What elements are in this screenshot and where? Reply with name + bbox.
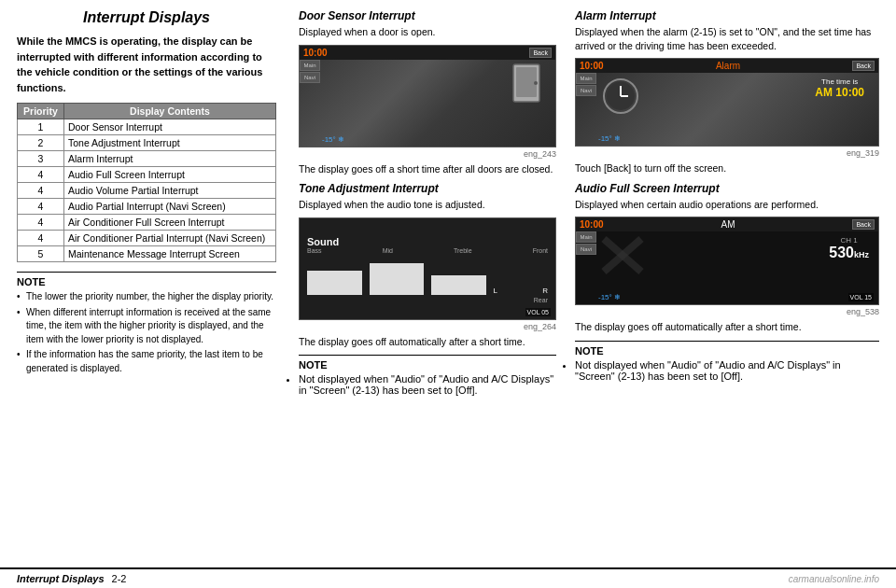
audio-time: 10:00 xyxy=(580,219,604,230)
screen-topbar: 10:00 Back xyxy=(300,46,555,60)
car-screen-door: 10:00 Back Main Navi -15° ❄ xyxy=(300,46,555,147)
list-item: When different interrupt information is … xyxy=(17,306,276,347)
table-row: 4 Air Conditioner Partial Interrupt (Nav… xyxy=(18,231,276,246)
table-row: 2 Tone Adjustment Interrupt xyxy=(18,135,276,151)
car-screen-tone: Sound Bass Mid Treble Front L R xyxy=(300,218,555,319)
table-row: 1 Door Sensor Interrupt xyxy=(18,119,276,135)
col-contents-header: Display Contents xyxy=(64,104,276,119)
alarm-section-desc: Displayed when the alarm (2-15) is set t… xyxy=(575,25,879,52)
alarm-sidenav: Main Navi xyxy=(576,73,596,96)
content-cell: Air Conditioner Partial Interrupt (Navi … xyxy=(64,231,276,246)
back-button: Back xyxy=(529,48,552,58)
navi-nav: Navi xyxy=(576,85,596,96)
am-label: AM xyxy=(721,219,735,230)
priority-cell: 5 xyxy=(18,246,64,262)
tone-note-box: NOTE Not displayed when "Audio" of "Audi… xyxy=(299,355,556,396)
alarm-back-btn: Back xyxy=(852,61,875,71)
priority-cell: 2 xyxy=(18,135,64,151)
front-label: Front xyxy=(533,247,548,254)
navi-nav: Navi xyxy=(300,72,320,83)
alarm-img-caption: eng_319 xyxy=(575,148,879,158)
col-priority-header: Priority xyxy=(18,104,64,119)
priority-cell: 4 xyxy=(18,231,64,246)
audio-note-box: NOTE Not displayed when "Audio" of "Audi… xyxy=(575,341,879,382)
table-row: 4 Audio Volume Partial Interrupt xyxy=(18,183,276,199)
bass-bar xyxy=(307,271,362,294)
footer-section-label: Interrupt Displays xyxy=(17,573,105,584)
table-row: 5 Maintenance Message Interrupt Screen xyxy=(18,246,276,262)
treble-bar xyxy=(431,275,486,295)
footer: Interrupt Displays 2-2 carmanualsonline.… xyxy=(0,567,896,588)
priority-table: Priority Display Contents 1 Door Sensor … xyxy=(17,103,276,262)
list-item: Not displayed when "Audio" of "Audio and… xyxy=(575,359,879,382)
priority-cell: 3 xyxy=(18,151,64,167)
mid-column: Door Sensor Interrupt Displayed when a d… xyxy=(287,9,567,558)
priority-cell: 4 xyxy=(18,167,64,183)
main-nav: Main xyxy=(576,73,596,84)
navi-nav: Navi xyxy=(576,244,596,255)
screen-sidenav: Main Navi xyxy=(300,60,320,84)
intro-text: While the MMCS is operating, the display… xyxy=(17,34,276,95)
svg-point-2 xyxy=(534,81,538,85)
clock-time: AM 10:00 xyxy=(815,86,864,99)
audio-section-desc: Displayed when certain audio operations … xyxy=(575,198,879,212)
door-section-title: Door Sensor Interrupt xyxy=(299,9,556,22)
priority-cell: 4 xyxy=(18,183,64,199)
priority-cell: 4 xyxy=(18,215,64,231)
car-screen-alarm: 10:00 Alarm Back Main Navi The time is A… xyxy=(576,59,878,146)
audio-topbar: 10:00 AM Back xyxy=(576,217,878,231)
left-note-list: The lower the priority number, the highe… xyxy=(17,290,276,375)
alarm-screen-image: 10:00 Alarm Back Main Navi The time is A… xyxy=(575,58,879,147)
tone-section-title: Tone Adjustment Interrupt xyxy=(299,182,556,195)
frequency: 530kHz xyxy=(829,245,869,261)
tone-after-text: The display goes off automatically after… xyxy=(299,335,556,349)
radio-display: CH 1 530kHz xyxy=(829,236,869,261)
clock-icon xyxy=(602,77,639,115)
main-nav: Main xyxy=(300,60,320,71)
alarm-section-title: Alarm Interrupt xyxy=(575,9,879,22)
audio-note-title: NOTE xyxy=(575,345,879,357)
treble-label: Treble xyxy=(454,247,472,254)
alarm-label: Alarm xyxy=(716,61,740,71)
door-screen-image: 10:00 Back Main Navi -15° ❄ xyxy=(299,45,556,147)
audio-back-btn: Back xyxy=(852,219,875,230)
door-img-caption: eng_243 xyxy=(299,149,556,159)
tone-screen-image: Sound Bass Mid Treble Front L R xyxy=(299,217,556,320)
volume-display: VOL 05 xyxy=(525,308,551,316)
left-column: Interrupt Displays While the MMCS is ope… xyxy=(17,9,287,558)
left-note-box: NOTE The lower the priority number, the … xyxy=(17,272,276,375)
footer-page-number: 2-2 xyxy=(112,573,127,584)
tone-note-list: Not displayed when "Audio" of "Audio and… xyxy=(299,373,556,396)
door-section-desc: Displayed when a door is open. xyxy=(299,25,556,39)
door-icon xyxy=(511,63,544,105)
eq-labels: Bass Mid Treble Front xyxy=(300,247,555,254)
content-area: Interrupt Displays While the MMCS is ope… xyxy=(0,0,896,567)
main-nav: Main xyxy=(576,231,596,243)
alarm-temp: -15° ❄ xyxy=(598,134,621,143)
rear-label: Rear xyxy=(526,295,555,305)
content-cell: Maintenance Message Interrupt Screen xyxy=(64,246,276,262)
ch-label: CH 1 xyxy=(829,236,869,245)
right-column: Alarm Interrupt Displayed when the alarm… xyxy=(567,9,879,558)
audio-vol: VOL 15 xyxy=(848,293,874,301)
car-screen-audio: 10:00 AM Back Main Navi CH 1 530kHz xyxy=(576,217,878,304)
mid-bar xyxy=(370,263,425,295)
alarm-after-text: Touch [Back] to turn off the screen. xyxy=(575,161,879,175)
tone-note-title: NOTE xyxy=(299,359,556,371)
content-cell: Air Conditioner Full Screen Interrupt xyxy=(64,215,276,231)
audio-img-caption: eng_538 xyxy=(575,307,879,316)
tone-img-caption: eng_264 xyxy=(299,322,556,331)
screen-time: 10:00 xyxy=(303,48,328,58)
freq-unit: kHz xyxy=(854,250,869,259)
door-after-text: The display goes off a short time after … xyxy=(299,162,556,176)
audio-temp: -15° ❄ xyxy=(598,293,621,301)
content-cell: Door Sensor Interrupt xyxy=(64,119,276,135)
content-cell: Tone Adjustment Interrupt xyxy=(64,135,276,151)
content-cell: Alarm Interrupt xyxy=(64,151,276,167)
priority-cell: 4 xyxy=(18,199,64,215)
audio-note-list: Not displayed when "Audio" of "Audio and… xyxy=(575,359,879,382)
table-row: 4 Audio Full Screen Interrupt xyxy=(18,167,276,183)
sound-label: Sound xyxy=(300,232,339,247)
list-item: The lower the priority number, the highe… xyxy=(17,290,276,304)
content-cell: Audio Volume Partial Interrupt xyxy=(64,183,276,199)
